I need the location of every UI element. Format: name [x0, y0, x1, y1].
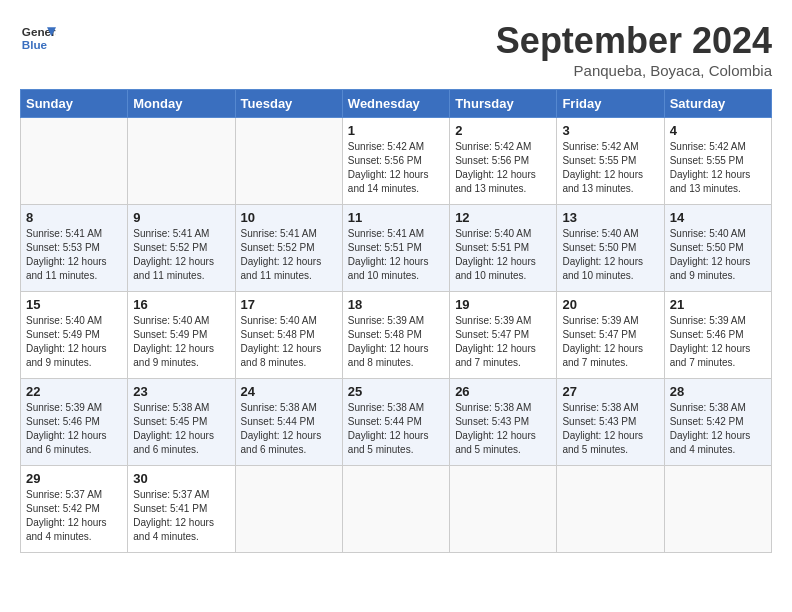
day-cell-14: 14Sunrise: 5:40 AM Sunset: 5:50 PM Dayli…: [664, 205, 771, 292]
calendar-table: SundayMondayTuesdayWednesdayThursdayFrid…: [20, 89, 772, 553]
day-cell-27: 27Sunrise: 5:38 AM Sunset: 5:43 PM Dayli…: [557, 379, 664, 466]
day-number: 13: [562, 210, 658, 225]
day-number: 26: [455, 384, 551, 399]
day-number: 15: [26, 297, 122, 312]
day-number: 16: [133, 297, 229, 312]
day-cell-30: 30Sunrise: 5:37 AM Sunset: 5:41 PM Dayli…: [128, 466, 235, 553]
header-thursday: Thursday: [450, 90, 557, 118]
day-detail: Sunrise: 5:42 AM Sunset: 5:56 PM Dayligh…: [455, 140, 551, 196]
header-wednesday: Wednesday: [342, 90, 449, 118]
empty-cell: [235, 466, 342, 553]
empty-cell: [235, 118, 342, 205]
day-cell-11: 11Sunrise: 5:41 AM Sunset: 5:51 PM Dayli…: [342, 205, 449, 292]
empty-cell: [664, 466, 771, 553]
day-number: 28: [670, 384, 766, 399]
day-cell-16: 16Sunrise: 5:40 AM Sunset: 5:49 PM Dayli…: [128, 292, 235, 379]
empty-cell: [21, 118, 128, 205]
day-detail: Sunrise: 5:37 AM Sunset: 5:42 PM Dayligh…: [26, 488, 122, 544]
day-number: 21: [670, 297, 766, 312]
week-row-2: 8Sunrise: 5:41 AM Sunset: 5:53 PM Daylig…: [21, 205, 772, 292]
day-detail: Sunrise: 5:40 AM Sunset: 5:48 PM Dayligh…: [241, 314, 337, 370]
empty-cell: [128, 118, 235, 205]
day-detail: Sunrise: 5:41 AM Sunset: 5:52 PM Dayligh…: [133, 227, 229, 283]
day-cell-8: 8Sunrise: 5:41 AM Sunset: 5:53 PM Daylig…: [21, 205, 128, 292]
day-cell-1: 1Sunrise: 5:42 AM Sunset: 5:56 PM Daylig…: [342, 118, 449, 205]
day-number: 12: [455, 210, 551, 225]
day-number: 27: [562, 384, 658, 399]
svg-text:Blue: Blue: [22, 38, 48, 51]
day-cell-20: 20Sunrise: 5:39 AM Sunset: 5:47 PM Dayli…: [557, 292, 664, 379]
day-number: 2: [455, 123, 551, 138]
day-cell-2: 2Sunrise: 5:42 AM Sunset: 5:56 PM Daylig…: [450, 118, 557, 205]
day-cell-13: 13Sunrise: 5:40 AM Sunset: 5:50 PM Dayli…: [557, 205, 664, 292]
header-friday: Friday: [557, 90, 664, 118]
week-row-4: 22Sunrise: 5:39 AM Sunset: 5:46 PM Dayli…: [21, 379, 772, 466]
logo: General Blue: [20, 20, 60, 56]
week-row-3: 15Sunrise: 5:40 AM Sunset: 5:49 PM Dayli…: [21, 292, 772, 379]
day-detail: Sunrise: 5:40 AM Sunset: 5:51 PM Dayligh…: [455, 227, 551, 283]
day-detail: Sunrise: 5:40 AM Sunset: 5:49 PM Dayligh…: [133, 314, 229, 370]
day-detail: Sunrise: 5:37 AM Sunset: 5:41 PM Dayligh…: [133, 488, 229, 544]
header-monday: Monday: [128, 90, 235, 118]
day-number: 8: [26, 210, 122, 225]
day-cell-23: 23Sunrise: 5:38 AM Sunset: 5:45 PM Dayli…: [128, 379, 235, 466]
day-number: 4: [670, 123, 766, 138]
day-cell-29: 29Sunrise: 5:37 AM Sunset: 5:42 PM Dayli…: [21, 466, 128, 553]
day-detail: Sunrise: 5:38 AM Sunset: 5:44 PM Dayligh…: [348, 401, 444, 457]
day-detail: Sunrise: 5:41 AM Sunset: 5:53 PM Dayligh…: [26, 227, 122, 283]
day-cell-24: 24Sunrise: 5:38 AM Sunset: 5:44 PM Dayli…: [235, 379, 342, 466]
day-detail: Sunrise: 5:41 AM Sunset: 5:51 PM Dayligh…: [348, 227, 444, 283]
header: General Blue September 2024 Panqueba, Bo…: [20, 20, 772, 79]
day-detail: Sunrise: 5:38 AM Sunset: 5:43 PM Dayligh…: [455, 401, 551, 457]
header-saturday: Saturday: [664, 90, 771, 118]
empty-cell: [342, 466, 449, 553]
day-detail: Sunrise: 5:40 AM Sunset: 5:50 PM Dayligh…: [670, 227, 766, 283]
day-cell-18: 18Sunrise: 5:39 AM Sunset: 5:48 PM Dayli…: [342, 292, 449, 379]
day-cell-12: 12Sunrise: 5:40 AM Sunset: 5:51 PM Dayli…: [450, 205, 557, 292]
day-detail: Sunrise: 5:38 AM Sunset: 5:43 PM Dayligh…: [562, 401, 658, 457]
day-number: 29: [26, 471, 122, 486]
day-number: 17: [241, 297, 337, 312]
day-detail: Sunrise: 5:40 AM Sunset: 5:49 PM Dayligh…: [26, 314, 122, 370]
day-detail: Sunrise: 5:39 AM Sunset: 5:46 PM Dayligh…: [670, 314, 766, 370]
day-number: 10: [241, 210, 337, 225]
day-detail: Sunrise: 5:38 AM Sunset: 5:44 PM Dayligh…: [241, 401, 337, 457]
day-number: 24: [241, 384, 337, 399]
day-number: 9: [133, 210, 229, 225]
day-detail: Sunrise: 5:42 AM Sunset: 5:56 PM Dayligh…: [348, 140, 444, 196]
day-number: 22: [26, 384, 122, 399]
day-number: 14: [670, 210, 766, 225]
day-detail: Sunrise: 5:40 AM Sunset: 5:50 PM Dayligh…: [562, 227, 658, 283]
day-number: 25: [348, 384, 444, 399]
day-cell-9: 9Sunrise: 5:41 AM Sunset: 5:52 PM Daylig…: [128, 205, 235, 292]
day-detail: Sunrise: 5:39 AM Sunset: 5:47 PM Dayligh…: [455, 314, 551, 370]
day-cell-15: 15Sunrise: 5:40 AM Sunset: 5:49 PM Dayli…: [21, 292, 128, 379]
day-detail: Sunrise: 5:38 AM Sunset: 5:42 PM Dayligh…: [670, 401, 766, 457]
day-cell-22: 22Sunrise: 5:39 AM Sunset: 5:46 PM Dayli…: [21, 379, 128, 466]
day-cell-25: 25Sunrise: 5:38 AM Sunset: 5:44 PM Dayli…: [342, 379, 449, 466]
day-detail: Sunrise: 5:41 AM Sunset: 5:52 PM Dayligh…: [241, 227, 337, 283]
day-cell-17: 17Sunrise: 5:40 AM Sunset: 5:48 PM Dayli…: [235, 292, 342, 379]
day-cell-26: 26Sunrise: 5:38 AM Sunset: 5:43 PM Dayli…: [450, 379, 557, 466]
day-detail: Sunrise: 5:42 AM Sunset: 5:55 PM Dayligh…: [562, 140, 658, 196]
day-cell-10: 10Sunrise: 5:41 AM Sunset: 5:52 PM Dayli…: [235, 205, 342, 292]
day-cell-21: 21Sunrise: 5:39 AM Sunset: 5:46 PM Dayli…: [664, 292, 771, 379]
day-detail: Sunrise: 5:39 AM Sunset: 5:48 PM Dayligh…: [348, 314, 444, 370]
day-detail: Sunrise: 5:42 AM Sunset: 5:55 PM Dayligh…: [670, 140, 766, 196]
day-number: 19: [455, 297, 551, 312]
day-number: 20: [562, 297, 658, 312]
day-detail: Sunrise: 5:39 AM Sunset: 5:47 PM Dayligh…: [562, 314, 658, 370]
day-cell-28: 28Sunrise: 5:38 AM Sunset: 5:42 PM Dayli…: [664, 379, 771, 466]
day-number: 23: [133, 384, 229, 399]
title-area: September 2024 Panqueba, Boyaca, Colombi…: [496, 20, 772, 79]
empty-cell: [450, 466, 557, 553]
calendar-header-row: SundayMondayTuesdayWednesdayThursdayFrid…: [21, 90, 772, 118]
day-number: 3: [562, 123, 658, 138]
header-sunday: Sunday: [21, 90, 128, 118]
day-cell-3: 3Sunrise: 5:42 AM Sunset: 5:55 PM Daylig…: [557, 118, 664, 205]
week-row-1: 1Sunrise: 5:42 AM Sunset: 5:56 PM Daylig…: [21, 118, 772, 205]
day-number: 30: [133, 471, 229, 486]
day-number: 1: [348, 123, 444, 138]
month-title: September 2024: [496, 20, 772, 62]
day-number: 18: [348, 297, 444, 312]
